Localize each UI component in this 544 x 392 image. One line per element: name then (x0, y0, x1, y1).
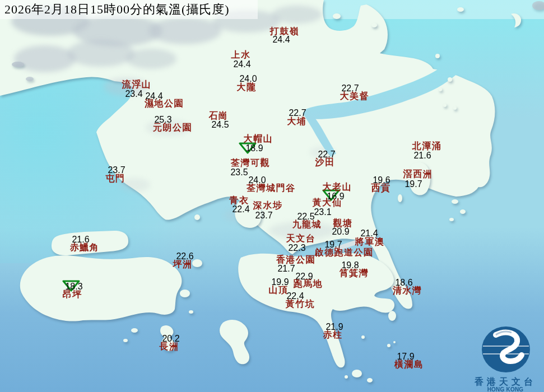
po-toi-islet (345, 375, 348, 379)
station-temperature-value: 24.0 (239, 74, 257, 83)
sharp-island (398, 194, 402, 202)
station-temperature-value: 24.4 (272, 35, 290, 44)
double-haven-islet (453, 106, 457, 110)
map-title: 2026年2月18日15時00分的氣溫(攝氏度) (0, 0, 258, 19)
hong-kong-map (0, 0, 544, 392)
station-name-label: 昂坪 (63, 290, 82, 299)
station-name-label: 黃竹坑 (286, 300, 315, 309)
po-toi-islet (367, 378, 373, 382)
station-name-label: 坪洲 (173, 260, 193, 269)
ma-wan-island (194, 214, 200, 220)
station-temperature-value: 22.7 (289, 109, 306, 117)
station-temperature-value: 21.7 (277, 264, 295, 273)
station-name-label: 天文台 (286, 234, 316, 243)
station-name-label: 橫瀾島 (394, 360, 424, 369)
station-name-label: 深水埗 (253, 201, 283, 210)
station-name-label: 石崗 (209, 111, 229, 120)
station-name-label: 沙田 (315, 158, 335, 167)
station-name-label: 元朗公園 (153, 123, 192, 132)
station-name-label: 觀塘 (333, 219, 353, 228)
station-temperature-value: 24.4 (233, 60, 250, 68)
station-name-label: 荃灣城門谷 (247, 184, 296, 193)
small-island (189, 310, 193, 314)
double-haven-islet (439, 88, 442, 91)
small-island (131, 328, 138, 333)
station-name-label: 將軍澳 (355, 237, 385, 246)
peng-chau-island (192, 259, 202, 267)
deep-bay-islet (26, 77, 34, 81)
waglan-islet (393, 341, 396, 343)
station-temperature-value: 19.7 (404, 180, 422, 188)
station-name-label: 流浮山 (122, 80, 152, 89)
waglan-islet (387, 344, 390, 347)
station-temperature-value: 21.4 (360, 229, 378, 237)
mirs-bay-islet (333, 13, 341, 19)
hko-logo: 香港天文台 HONG KONG OBSERVATORY (467, 324, 544, 392)
double-haven-islet (435, 54, 440, 58)
station-temperature-value: 23.4 (125, 90, 142, 98)
small-island (123, 339, 128, 342)
station-name-label: 長洲 (160, 342, 179, 351)
station-temperature-value: 23.1 (314, 208, 331, 216)
station-name-label: 大埔 (287, 117, 307, 126)
station-name-label: 荃灣可觀 (231, 158, 270, 167)
double-haven-islet (448, 77, 452, 82)
station-temperature-value: 21.6 (413, 151, 431, 160)
po-toi-island (352, 370, 362, 377)
station-temperature-value: 23.7 (108, 166, 125, 174)
hko-emblem-icon (467, 324, 544, 375)
double-haven-islet (443, 104, 447, 107)
station-name-label: 黃大仙 (313, 198, 342, 207)
tung-lung-island (388, 311, 396, 321)
station-name-label: 大美督 (340, 92, 370, 101)
station-name-label: 赤鱲角 (70, 243, 100, 252)
station-name-label: 西貢 (371, 184, 391, 193)
station-name-label: 北潭涌 (412, 142, 442, 151)
deep-bay-islet (12, 62, 24, 67)
small-island (449, 218, 454, 221)
small-island (452, 199, 458, 204)
station-name-label: 青衣 (230, 196, 249, 205)
station-name-label: 赤柱 (323, 330, 343, 339)
lantau-island (20, 255, 182, 321)
station-temperature-value: 23.7 (255, 211, 272, 220)
small-island (460, 209, 466, 214)
station-name-label: 清水灣 (393, 286, 422, 295)
hko-name-english: HONG KONG OBSERVATORY (467, 386, 544, 392)
station-temperature-value: 22.4 (232, 205, 249, 213)
station-name-label: 滘西洲 (403, 170, 433, 179)
station-name-label: 上水 (231, 50, 251, 59)
station-name-label: 濕地公園 (145, 99, 184, 108)
station-name-label: 九龍城 (292, 220, 322, 229)
station-name-label: 大老山 (323, 183, 352, 192)
station-temperature-value: 24.5 (211, 120, 229, 129)
station-temperature-value: 23.5 (230, 168, 248, 176)
station-name-label: 大帽山 (244, 134, 273, 143)
station-temperature-value: 18.9 (245, 144, 263, 152)
station-name-label: 山頂 (269, 286, 289, 295)
hei-ling-chau-island (180, 290, 190, 297)
station-name-label: 啟德跑道公園 (315, 248, 374, 257)
station-name-label: 屯門 (106, 174, 125, 183)
station-name-label: 跑馬地 (294, 279, 323, 288)
temperature-map-screen: 2026年2月18日15時00分的氣溫(攝氏度) 24.4打鼓嶺24.4上水24… (0, 0, 544, 392)
station-name-label: 筲箕灣 (340, 269, 369, 278)
station-name-label: 大隴 (237, 83, 257, 92)
station-temperature-value: 22.3 (288, 244, 305, 252)
mirs-bay-islet (371, 23, 377, 27)
mirs-bay-islet (457, 7, 464, 12)
station-temperature-value: 20.9 (332, 227, 349, 236)
station-name-label: 打鼓嶺 (270, 27, 300, 36)
station-name-label: 香港公園 (276, 255, 315, 264)
stanley-islet (361, 335, 365, 339)
hko-name-chinese: 香港天文台 (467, 377, 544, 386)
